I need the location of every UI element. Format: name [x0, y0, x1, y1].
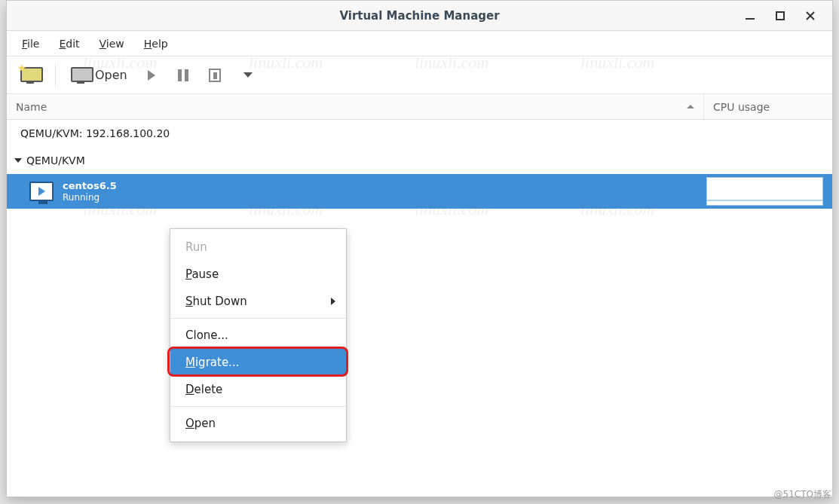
ctx-open[interactable]: Open — [170, 410, 346, 437]
menu-bar: File Edit View Help — [7, 31, 832, 57]
play-icon — [148, 70, 155, 81]
window-title: Virtual Machine Manager — [7, 9, 832, 23]
vm-text: centos6.5 Running — [63, 180, 117, 203]
run-button[interactable] — [138, 62, 165, 89]
maximize-button[interactable] — [772, 8, 788, 24]
shutdown-icon — [209, 69, 221, 82]
toolbar: Open — [7, 57, 832, 94]
minimize-button[interactable] — [742, 8, 758, 24]
vm-status: Running — [63, 192, 117, 203]
host-remote[interactable]: QEMU/KVM: 192.168.100.20 — [7, 120, 832, 147]
ctx-migrate-label: Migrate... — [185, 356, 239, 369]
app-window: Virtual Machine Manager File Edit View H… — [6, 0, 833, 497]
pause-icon — [178, 69, 188, 81]
ctx-clone-label: Clone... — [185, 328, 228, 342]
cpu-usage-graph — [706, 177, 823, 206]
ctx-pause-label: Pause — [185, 267, 219, 281]
close-button[interactable] — [802, 8, 819, 24]
new-vm-icon — [20, 67, 40, 84]
host-local-label: QEMU/KVM — [26, 154, 85, 166]
vm-list: QEMU/KVM: 192.168.100.20 QEMU/KVM centos… — [7, 120, 832, 209]
ctx-delete-label: Delete — [185, 383, 222, 396]
host-local[interactable]: QEMU/KVM — [7, 147, 832, 174]
menu-help[interactable]: Help — [135, 33, 177, 54]
vm-running-icon — [29, 182, 54, 201]
menu-view[interactable]: View — [90, 33, 133, 54]
svg-rect-0 — [746, 18, 755, 20]
ctx-shutdown-label: Shut Down — [185, 295, 247, 308]
submenu-arrow-icon — [331, 298, 335, 305]
svg-rect-1 — [776, 12, 784, 20]
vm-context-menu: Run Pause Shut Down Clone... Migrate... … — [170, 228, 347, 442]
column-cpu-usage[interactable]: CPU usage — [704, 94, 832, 119]
monitor-icon — [71, 67, 90, 84]
column-cpu-label: CPU usage — [713, 101, 770, 113]
ctx-separator-2 — [170, 406, 346, 407]
toolbar-separator — [55, 64, 56, 87]
vm-row-selected[interactable]: centos6.5 Running — [7, 174, 832, 209]
column-headers: Name CPU usage — [7, 94, 832, 120]
pause-button[interactable] — [170, 62, 197, 89]
chevron-down-icon — [243, 72, 253, 78]
menu-file[interactable]: File — [13, 33, 48, 54]
ctx-shutdown[interactable]: Shut Down — [170, 288, 346, 315]
disclosure-triangle-icon — [14, 158, 22, 163]
title-bar: Virtual Machine Manager — [7, 1, 832, 31]
ctx-clone[interactable]: Clone... — [170, 322, 346, 349]
sort-ascending-icon — [687, 105, 694, 108]
shutdown-dropdown[interactable] — [233, 62, 260, 89]
ctx-delete[interactable]: Delete — [170, 376, 346, 403]
shutdown-button[interactable] — [201, 62, 228, 89]
open-vm-button[interactable]: Open — [65, 62, 133, 89]
column-name-label: Name — [16, 101, 47, 113]
ctx-separator — [170, 318, 346, 319]
ctx-pause[interactable]: Pause — [170, 261, 346, 288]
ctx-run: Run — [170, 234, 346, 261]
column-name[interactable]: Name — [7, 94, 704, 119]
ctx-migrate[interactable]: Migrate... — [170, 349, 346, 376]
ctx-run-label: Run — [185, 240, 207, 254]
menu-edit[interactable]: Edit — [50, 33, 88, 54]
vm-name: centos6.5 — [63, 180, 117, 192]
footer-watermark: @51CTO博客 — [774, 488, 831, 501]
new-vm-button[interactable] — [14, 62, 46, 89]
window-controls — [742, 1, 828, 31]
ctx-open-label: Open — [185, 417, 216, 430]
open-label: Open — [95, 68, 127, 82]
